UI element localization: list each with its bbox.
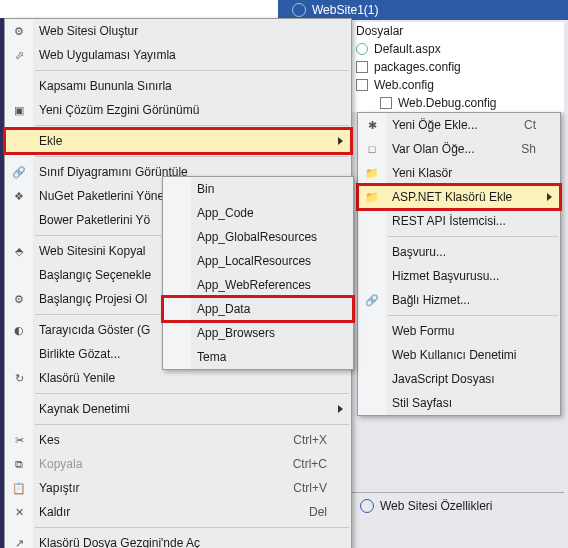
menu-label: App_LocalResources — [197, 254, 311, 268]
menu-label: REST API İstemcisi... — [392, 214, 506, 228]
menu-icon: 📁 — [364, 189, 380, 205]
menu-icon: ⧉ — [11, 456, 27, 472]
menu-label: App_WebReferences — [197, 278, 311, 292]
config-icon — [356, 79, 368, 91]
menu-shortcut: Sh — [491, 142, 536, 156]
menu-label: Başlangıç Seçenekle — [39, 268, 151, 282]
menu-item[interactable]: Web Formu — [358, 319, 560, 343]
menu-label: JavaScript Dosyası — [392, 372, 495, 386]
menu-label: Birlikte Gözat... — [39, 347, 120, 361]
menu-label: Yeni Öğe Ekle... — [392, 118, 478, 132]
menu-item[interactable]: ↗Klasörü Dosya Gezgini'nde Aç — [5, 531, 351, 548]
menu-item[interactable]: ✱Yeni Öğe Ekle...Ct — [358, 113, 560, 137]
menu-label: Kopyala — [39, 457, 82, 471]
menu-label: App_Browsers — [197, 326, 275, 340]
menu-shortcut: Ctrl+V — [263, 481, 327, 495]
menu-item[interactable]: □Var Olan Öğe...Sh — [358, 137, 560, 161]
menu-label: Bin — [197, 182, 214, 196]
menu-shortcut: Ctrl+C — [263, 457, 327, 471]
menu-item[interactable]: ✂KesCtrl+X — [5, 428, 351, 452]
globe-icon — [360, 499, 374, 513]
menu-icon: 📋 — [11, 480, 27, 496]
submenu-aspnet-folder: BinApp_CodeApp_GlobalResourcesApp_LocalR… — [162, 176, 354, 370]
menu-icon: 🔗 — [11, 164, 27, 180]
menu-label: Tarayıcıda Göster (G — [39, 323, 150, 337]
solution-header: WebSite1(1) — [278, 0, 568, 20]
menu-label: App_GlobalResources — [197, 230, 317, 244]
menu-icon: □ — [364, 141, 380, 157]
menu-icon: ✂ — [11, 432, 27, 448]
menu-shortcut: Del — [279, 505, 327, 519]
menu-item[interactable]: Bin — [163, 177, 353, 201]
menu-label: Web Sitesi Oluştur — [39, 24, 138, 38]
menu-item[interactable]: 📋YapıştırCtrl+V — [5, 476, 351, 500]
menu-item[interactable]: Stil Sayfası — [358, 391, 560, 415]
menu-item[interactable]: 🔗Bağlı Hizmet... — [358, 288, 560, 312]
menu-separator — [35, 527, 349, 528]
properties-title: Web Sitesi Özellikleri — [380, 499, 492, 513]
menu-label: Kapsamı Bununla Sınırla — [39, 79, 172, 93]
menu-label: Web Sitesini Kopyal — [39, 244, 146, 258]
menu-item[interactable]: REST API İstemcisi... — [358, 209, 560, 233]
menu-item[interactable]: ⚙Web Sitesi Oluştur — [5, 19, 351, 43]
menu-icon: ✕ — [11, 504, 27, 520]
menu-item[interactable]: App_Browsers — [163, 321, 353, 345]
menu-label: Kaldır — [39, 505, 70, 519]
menu-label: Başvuru... — [392, 245, 446, 259]
submenu-ekle: ✱Yeni Öğe Ekle...Ct□Var Olan Öğe...Sh📁Ye… — [357, 112, 561, 416]
menu-icon: 📁 — [364, 165, 380, 181]
menu-label: App_Data — [197, 302, 250, 316]
menu-item[interactable]: Başvuru... — [358, 240, 560, 264]
menu-label: Web Kullanıcı Denetimi — [392, 348, 517, 362]
menu-shortcut: Ct — [494, 118, 536, 132]
menu-separator — [35, 70, 349, 71]
menu-item: ⧉KopyalaCtrl+C — [5, 452, 351, 476]
menu-label: App_Code — [197, 206, 254, 220]
menu-separator — [388, 315, 558, 316]
menu-item[interactable]: 📁Yeni Klasör — [358, 161, 560, 185]
solution-root[interactable]: WebSite1(1) — [312, 3, 378, 17]
globe-icon — [292, 3, 306, 17]
menu-label: Ekle — [39, 134, 62, 148]
menu-label: Web Formu — [392, 324, 454, 338]
menu-label: Bağlı Hizmet... — [392, 293, 470, 307]
menu-label: Var Olan Öğe... — [392, 142, 474, 156]
menu-item[interactable]: ⬀Web Uygulaması Yayımla — [5, 43, 351, 67]
menu-label: ASP.NET Klasörü Ekle — [392, 190, 512, 204]
menu-label: Hizmet Başvurusu... — [392, 269, 499, 283]
menu-separator — [388, 236, 558, 237]
menu-item[interactable]: JavaScript Dosyası — [358, 367, 560, 391]
menu-item[interactable]: App_Code — [163, 201, 353, 225]
menu-item[interactable]: Ekle — [5, 129, 351, 153]
menu-item[interactable]: Web Kullanıcı Denetimi — [358, 343, 560, 367]
menu-item[interactable]: ✕KaldırDel — [5, 500, 351, 524]
menu-item[interactable]: App_GlobalResources — [163, 225, 353, 249]
menu-icon: ⬘ — [11, 243, 27, 259]
menu-separator — [35, 424, 349, 425]
menu-icon: ↻ — [11, 370, 27, 386]
menu-item[interactable]: 📁ASP.NET Klasörü Ekle — [358, 185, 560, 209]
menu-icon: ❖ — [11, 188, 27, 204]
menu-icon: ◐ — [11, 322, 27, 338]
menu-label: Yeni Çözüm Ezgini Görünümü — [39, 103, 199, 117]
menu-icon: ↗ — [11, 535, 27, 548]
config-icon — [380, 97, 392, 109]
menu-separator — [35, 125, 349, 126]
menu-item[interactable]: App_LocalResources — [163, 249, 353, 273]
menu-item[interactable]: Hizmet Başvurusu... — [358, 264, 560, 288]
menu-icon: ✱ — [364, 117, 380, 133]
aspx-icon — [356, 43, 368, 55]
menu-label: Kaynak Denetimi — [39, 402, 130, 416]
menu-item[interactable]: Tema — [163, 345, 353, 369]
menu-label: Klasörü Yenile — [39, 371, 115, 385]
menu-item[interactable]: App_Data — [163, 297, 353, 321]
menu-item[interactable]: App_WebReferences — [163, 273, 353, 297]
menu-item[interactable]: Kapsamı Bununla Sınırla — [5, 74, 351, 98]
menu-icon: ▣ — [11, 102, 27, 118]
submenu-arrow-icon — [338, 405, 343, 413]
menu-icon: ⬀ — [11, 47, 27, 63]
menu-label: Başlangıç Projesi Ol — [39, 292, 147, 306]
menu-item[interactable]: Kaynak Denetimi — [5, 397, 351, 421]
menu-label: Stil Sayfası — [392, 396, 452, 410]
menu-item[interactable]: ▣Yeni Çözüm Ezgini Görünümü — [5, 98, 351, 122]
